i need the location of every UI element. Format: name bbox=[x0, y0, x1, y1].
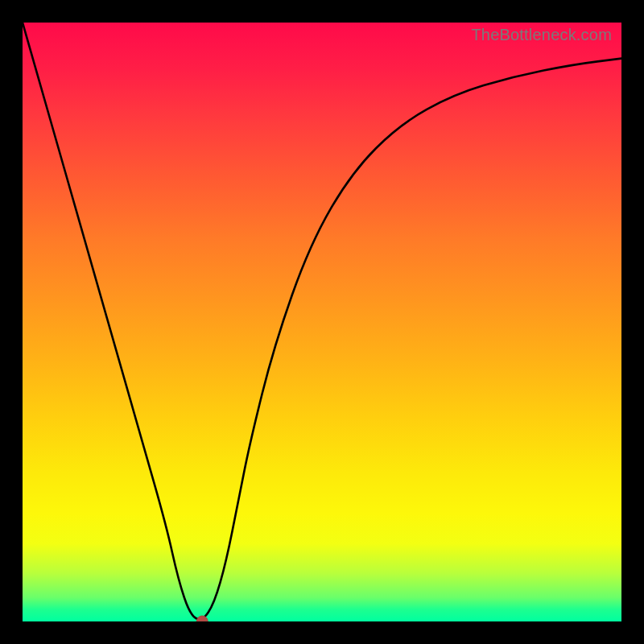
bottleneck-curve bbox=[23, 23, 621, 621]
plot-area: TheBottleneck.com bbox=[23, 23, 621, 621]
chart-frame: TheBottleneck.com bbox=[0, 0, 644, 644]
